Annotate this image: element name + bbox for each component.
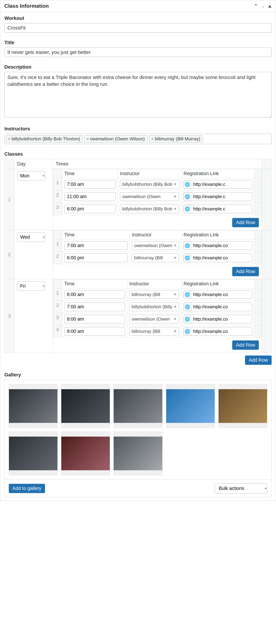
instructor-select[interactable]: owenwilson (Owen▼ bbox=[120, 192, 179, 201]
gallery-item[interactable] bbox=[114, 432, 162, 475]
inner-row-number[interactable]: 1 bbox=[53, 240, 62, 252]
workout-label: Workout bbox=[4, 16, 272, 21]
inner-actions-header bbox=[255, 169, 262, 178]
instructor-tag[interactable]: ×owenwilson (Owen Wilson) bbox=[84, 135, 147, 142]
time-input[interactable] bbox=[64, 315, 125, 324]
inner-row-actions[interactable] bbox=[255, 252, 262, 264]
time-input[interactable] bbox=[64, 302, 125, 311]
instructor-select[interactable]: billybobthorton (Billy▼ bbox=[130, 302, 179, 311]
gallery-item[interactable] bbox=[218, 384, 267, 428]
gallery-item[interactable] bbox=[114, 384, 162, 428]
globe-icon: 🌐 bbox=[184, 290, 191, 299]
inner-row-number[interactable]: 3 bbox=[53, 203, 62, 215]
inner-row-actions[interactable] bbox=[255, 190, 262, 203]
instructor-select[interactable]: owenwilson (Owen▼ bbox=[130, 315, 179, 324]
instructor-tag[interactable]: ×billybobthorton (Billy Bob Thorton) bbox=[6, 135, 83, 142]
registration-link-input[interactable] bbox=[191, 303, 252, 311]
registration-link-input[interactable] bbox=[191, 180, 252, 188]
instructor-select[interactable]: billmurray (Bill▼ bbox=[132, 254, 179, 262]
remove-icon[interactable]: × bbox=[8, 136, 10, 142]
inner-row-number[interactable]: 2 bbox=[53, 190, 62, 203]
instructor-col-header: Instructor bbox=[130, 230, 181, 240]
inner-row-actions[interactable] bbox=[255, 325, 262, 338]
instructor-select[interactable]: billybobthorton (Billy Bob▼ bbox=[120, 204, 179, 213]
add-class-row-button[interactable]: Add Row bbox=[245, 356, 272, 365]
workout-input[interactable] bbox=[4, 23, 272, 33]
time-input[interactable] bbox=[64, 180, 116, 189]
instructor-select[interactable]: billmurray (Bill▼ bbox=[130, 290, 179, 299]
inner-row-actions[interactable] bbox=[255, 313, 262, 325]
row-handle-header bbox=[4, 159, 14, 169]
remove-icon[interactable]: × bbox=[151, 136, 154, 142]
inner-row-number[interactable]: 2 bbox=[53, 301, 62, 313]
bulk-actions-select[interactable]: Bulk actions bbox=[215, 483, 267, 494]
add-time-row-button[interactable]: Add Row bbox=[232, 340, 259, 350]
time-input[interactable] bbox=[64, 192, 116, 201]
chevron-down-icon[interactable]: ⌄ bbox=[261, 3, 265, 9]
reglink-col-header: Registration Link bbox=[181, 230, 255, 240]
gallery-item[interactable] bbox=[61, 384, 110, 428]
registration-link-input[interactable] bbox=[191, 205, 252, 213]
inner-row-actions[interactable] bbox=[255, 288, 262, 301]
class-row-number[interactable]: 2 bbox=[4, 230, 14, 279]
inner-row-actions[interactable] bbox=[255, 178, 262, 190]
instructor-tag[interactable]: ×billmurray (Bill Murray) bbox=[149, 135, 203, 142]
inner-row-number[interactable]: 2 bbox=[53, 252, 62, 264]
title-input[interactable] bbox=[4, 48, 272, 57]
day-select[interactable]: Wed bbox=[17, 232, 45, 242]
time-input[interactable] bbox=[64, 290, 125, 299]
day-select[interactable]: Fri bbox=[17, 281, 45, 291]
reglink-col-header: Registration Link bbox=[181, 169, 255, 178]
instructor-select[interactable]: billybobthorton (Billy Bob▼ bbox=[120, 180, 179, 189]
gallery-item[interactable] bbox=[61, 432, 110, 475]
inner-row-number[interactable]: 1 bbox=[53, 178, 62, 190]
inner-row-number[interactable]: 3 bbox=[53, 313, 62, 325]
class-row-number[interactable]: 3 bbox=[4, 279, 14, 353]
time-input[interactable] bbox=[64, 204, 116, 213]
registration-link-input[interactable] bbox=[191, 327, 252, 336]
class-row-actions[interactable] bbox=[262, 279, 272, 353]
add-time-row-button[interactable]: Add Row bbox=[232, 267, 259, 276]
inner-row-actions[interactable] bbox=[255, 301, 262, 313]
gallery-item[interactable] bbox=[166, 384, 215, 428]
remove-icon[interactable]: × bbox=[86, 136, 89, 142]
day-select[interactable]: Mon bbox=[17, 171, 45, 180]
inner-row-number[interactable]: 1 bbox=[53, 288, 62, 301]
registration-link-input[interactable] bbox=[191, 192, 252, 201]
globe-icon: 🌐 bbox=[184, 315, 191, 323]
inner-actions-header bbox=[255, 230, 262, 240]
add-to-gallery-button[interactable]: Add to gallery bbox=[9, 484, 45, 493]
instructor-select[interactable]: owenwilson (Owen▼ bbox=[132, 241, 179, 250]
add-time-row-button[interactable]: Add Row bbox=[232, 218, 259, 227]
panel-title: Class Information bbox=[4, 3, 49, 9]
collapse-icon[interactable] bbox=[268, 3, 272, 9]
globe-icon: 🌐 bbox=[184, 254, 191, 262]
registration-link-input[interactable] bbox=[191, 315, 252, 323]
time-col-header: Time bbox=[62, 230, 130, 240]
gallery-item[interactable] bbox=[9, 432, 58, 475]
description-textarea[interactable] bbox=[4, 72, 272, 118]
registration-link-input[interactable] bbox=[191, 290, 252, 299]
inner-row-actions[interactable] bbox=[255, 203, 262, 215]
row-actions-header bbox=[262, 159, 272, 169]
inner-row-number[interactable]: 4 bbox=[53, 325, 62, 338]
chevron-up-icon[interactable]: ⌃ bbox=[254, 3, 258, 9]
class-row-actions[interactable] bbox=[262, 169, 272, 230]
time-input[interactable] bbox=[64, 254, 128, 262]
registration-link-input[interactable] bbox=[191, 254, 252, 262]
class-row-actions[interactable] bbox=[262, 230, 272, 279]
inner-handle-header bbox=[53, 279, 62, 288]
class-row-number[interactable]: 1 bbox=[4, 169, 14, 230]
gallery-image bbox=[9, 436, 57, 470]
chevron-down-icon: ▼ bbox=[173, 305, 177, 309]
instructors-tagbox[interactable]: ×billybobthorton (Billy Bob Thorton) ×ow… bbox=[4, 134, 272, 144]
gallery-item[interactable] bbox=[9, 384, 58, 428]
chevron-down-icon: ▼ bbox=[173, 194, 177, 199]
instructor-select[interactable]: billmurray (Bill▼ bbox=[130, 327, 179, 336]
time-input[interactable] bbox=[64, 241, 128, 250]
day-col-header: Day bbox=[14, 159, 53, 169]
inner-row-actions[interactable] bbox=[255, 240, 262, 252]
time-input[interactable] bbox=[64, 327, 125, 336]
times-col-header: Times bbox=[53, 159, 262, 169]
registration-link-input[interactable] bbox=[191, 242, 252, 250]
